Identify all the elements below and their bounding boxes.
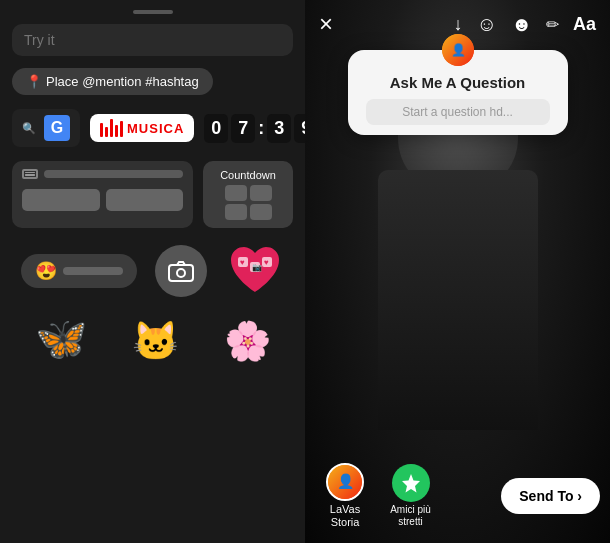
digit-9: 9 — [294, 114, 305, 143]
countdown-grid — [225, 185, 272, 220]
question-input-placeholder[interactable]: Start a question hd... — [366, 99, 550, 125]
sticker-search-input[interactable] — [12, 24, 293, 56]
story-bottom-bar: 👤 LaVas Storia Amici più stretti Send To… — [305, 463, 610, 529]
countdown-sticker[interactable]: Countdown — [203, 161, 293, 228]
countdown-cell-4 — [250, 204, 272, 220]
countdown-number-sticker[interactable]: 0 7 : 3 9 — [204, 114, 305, 143]
drag-handle[interactable] — [133, 10, 173, 14]
sticker-tray: 📍 Place @mention #hashtag 🔍 G MUSICA 0 7… — [0, 0, 305, 543]
musica-label: MUSICA — [127, 121, 184, 136]
avatar-image: 👤 — [442, 34, 474, 66]
poll-sticker[interactable] — [12, 161, 193, 228]
sticker-row-4: 🦋 🐱 🌸 — [12, 314, 293, 371]
poll-option-1 — [22, 189, 100, 211]
place-mention-hashtag-sticker[interactable]: 📍 Place @mention #hashtag — [12, 68, 213, 95]
text-tool-button[interactable]: Aa — [573, 14, 596, 35]
digit-3: 3 — [267, 114, 291, 143]
countdown-label: Countdown — [220, 169, 276, 181]
svg-text:📷: 📷 — [252, 262, 262, 272]
close-friends-info: Amici più stretti — [383, 464, 438, 528]
heart-eyes-emoji: 😍 — [35, 260, 57, 282]
pin-icon: 📍 — [26, 74, 42, 89]
close-friends-label: Amici più stretti — [383, 504, 438, 528]
colon: : — [258, 118, 264, 139]
svg-text:👤: 👤 — [450, 42, 465, 57]
close-friends-star-icon — [400, 472, 422, 494]
story-preview: × ↓ ☺ ☻ ✏ Aa 👤 Ask Me A Question S — [305, 0, 610, 543]
story-toolbar: × ↓ ☺ ☻ ✏ Aa — [305, 10, 610, 38]
countdown-cell-1 — [225, 185, 247, 201]
user-avatar-image: 👤 — [328, 465, 362, 499]
countdown-cell-3 — [225, 204, 247, 220]
poll-buttons — [22, 189, 183, 211]
draw-icon[interactable]: ✏ — [546, 15, 559, 34]
google-sticker[interactable]: 🔍 G — [12, 109, 80, 147]
user-story-info: 👤 LaVas Storia — [315, 463, 375, 529]
camera-sticker[interactable] — [155, 245, 207, 297]
countdown-cell-2 — [250, 185, 272, 201]
sticker-row-1: 🔍 G MUSICA 0 7 : 3 9 — [12, 109, 293, 147]
sticker-tag-label: Place @mention #hashtag — [46, 74, 199, 89]
close-icon[interactable]: × — [319, 10, 333, 38]
close-friends-icon[interactable] — [392, 464, 430, 502]
question-sticker-avatar: 👤 — [442, 34, 474, 66]
svg-text:♥: ♥ — [264, 258, 269, 267]
svg-text:👤: 👤 — [337, 473, 355, 490]
user-avatar: 👤 — [326, 463, 364, 501]
svg-point-1 — [177, 269, 185, 277]
user-story-name: LaVas Storia — [315, 503, 375, 529]
sticker-row-3: 😍 ♥ 📷 ♥ — [12, 242, 293, 300]
sticker-icon[interactable]: ☻ — [511, 13, 532, 36]
download-icon[interactable]: ↓ — [454, 14, 463, 35]
heart-collage-sticker[interactable]: ♥ 📷 ♥ — [226, 242, 284, 300]
heart-collage-icon: ♥ 📷 ♥ — [226, 242, 284, 300]
music-bars-icon — [100, 119, 123, 137]
toolbar-right-icons: ↓ ☺ ☻ ✏ Aa — [454, 13, 596, 36]
google-g-icon: G — [44, 115, 70, 141]
slider-bar — [63, 267, 123, 275]
svg-rect-0 — [169, 265, 193, 281]
digit-0: 0 — [204, 114, 228, 143]
musica-sticker[interactable]: MUSICA — [90, 114, 194, 142]
tag-sticker-row: 📍 Place @mention #hashtag — [12, 68, 293, 95]
send-to-label: Send To › — [519, 488, 582, 504]
butterfly-sticker[interactable]: 🦋 — [35, 314, 87, 363]
cat-sticker[interactable]: 🐱 — [132, 319, 179, 363]
search-icon: 🔍 — [22, 122, 36, 135]
send-to-button[interactable]: Send To › — [501, 478, 600, 514]
camera-icon — [168, 260, 194, 282]
poll-option-2 — [106, 189, 184, 211]
svg-text:♥: ♥ — [240, 258, 245, 267]
emoji-slider-sticker[interactable]: 😍 — [21, 254, 137, 288]
sticker-row-2: Countdown — [12, 161, 293, 228]
question-sticker-title: Ask Me A Question — [366, 74, 550, 91]
svg-marker-12 — [402, 474, 420, 493]
question-sticker[interactable]: 👤 Ask Me A Question Start a question hd.… — [348, 50, 568, 135]
face-effect-icon[interactable]: ☺ — [477, 13, 497, 36]
digit-7: 7 — [231, 114, 255, 143]
flower-sticker[interactable]: 🌸 — [224, 319, 271, 363]
